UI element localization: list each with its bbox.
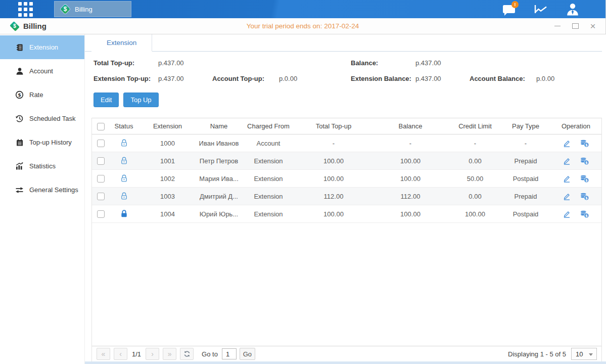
- cell-balance: 112.00: [371, 188, 449, 205]
- app-launcher-icon[interactable]: [18, 2, 33, 17]
- sidebar-item-scheduled-task[interactable]: Scheduled Task: [0, 107, 84, 130]
- table-row[interactable]: 1001Петр ПетровExtension100.00100.000.00…: [92, 152, 601, 170]
- topup-row-icon[interactable]: $: [580, 210, 589, 218]
- table-row[interactable]: 1003Дмитрий Д...Extension112.00112.000.0…: [92, 188, 601, 205]
- edit-row-icon[interactable]: [563, 210, 571, 218]
- first-page-button[interactable]: «: [97, 348, 110, 360]
- column-header: Status: [109, 118, 138, 134]
- cell-charged_from: Extension: [241, 188, 296, 205]
- sidebar-item-general-settings[interactable]: General Settings: [0, 178, 84, 202]
- prev-page-button[interactable]: ‹: [114, 348, 127, 360]
- next-page-button[interactable]: ›: [146, 348, 159, 360]
- status-unlocked-icon: [120, 139, 128, 148]
- table-row[interactable]: 1000Иван ИвановAccount----$: [92, 134, 601, 152]
- app-body: ExtensionAccount$RateScheduled TaskTop-u…: [0, 34, 605, 364]
- topup-row-icon[interactable]: $: [580, 174, 589, 183]
- status-locked-icon: [120, 209, 128, 218]
- sidebar-item-topup-history[interactable]: Top-up History: [0, 130, 84, 154]
- cell-charged_from: Extension: [241, 170, 296, 188]
- billing-dollar-icon: [9, 22, 20, 31]
- sidebar-item-label: Account: [29, 67, 53, 75]
- action-buttons: Edit Top Up: [91, 93, 602, 107]
- tab-extension[interactable]: Extension: [91, 34, 152, 52]
- billing-dollar-icon: [60, 4, 71, 15]
- cell-extension: 1003: [138, 188, 197, 205]
- cell-credit_limit: 0.00: [449, 188, 501, 205]
- resource-monitor-icon[interactable]: [533, 3, 548, 16]
- extension-table-body: 1000Иван ИвановAccount----$1001Петр Петр…: [92, 134, 601, 223]
- cell-total_topup: 100.00: [296, 205, 371, 223]
- edit-row-icon[interactable]: [563, 192, 571, 201]
- window-title-bar: Billing Your trial period ends on: 2017-…: [0, 18, 605, 34]
- cell-balance: 100.00: [371, 170, 449, 188]
- column-header: Extension: [138, 118, 197, 134]
- settings-arrows-icon: [15, 186, 24, 194]
- ledger-icon: [15, 43, 24, 52]
- column-header: Operation: [550, 118, 601, 134]
- column-header: Name: [197, 118, 241, 134]
- table-header-row: StatusExtensionNameCharged FromTotal Top…: [92, 118, 601, 134]
- sidebar-item-rate[interactable]: $Rate: [0, 83, 84, 107]
- status-unlocked-icon: [120, 174, 128, 183]
- maximize-icon[interactable]: [572, 23, 579, 30]
- goto-page-input[interactable]: [222, 348, 237, 359]
- table-row[interactable]: 1004Юрий Юрь...Extension100.00100.00100.…: [92, 205, 601, 223]
- column-header: Charged From: [241, 118, 296, 134]
- svg-text:$: $: [585, 196, 588, 200]
- account-topup-value: p.0.00: [279, 75, 333, 82]
- table-row[interactable]: 1002Мария Ива...Extension100.00100.0050.…: [92, 170, 601, 188]
- page-size-select[interactable]: 10: [571, 348, 597, 360]
- edit-row-icon[interactable]: [563, 157, 571, 165]
- cell-charged_from: Extension: [241, 152, 296, 170]
- topup-row-icon[interactable]: $: [580, 157, 589, 165]
- displaying-text: Displaying 1 - 5 of 5: [508, 350, 566, 358]
- cell-name: Мария Ива...: [197, 170, 241, 188]
- topbar-right-icons: !: [501, 0, 580, 18]
- edit-row-icon[interactable]: [563, 139, 571, 148]
- row-checkbox[interactable]: [97, 210, 105, 218]
- column-header: Balance: [371, 118, 449, 134]
- top-navigation-bar: Billing !: [0, 0, 605, 18]
- balance-value: p.437.00: [415, 59, 470, 67]
- sidebar-item-statistics[interactable]: Statistics: [0, 154, 84, 178]
- notification-badge: !: [511, 1, 519, 8]
- row-checkbox[interactable]: [97, 157, 105, 165]
- total-topup-label: Total Top-up:: [94, 59, 158, 67]
- cell-credit_limit: -: [449, 134, 501, 152]
- column-header: Credit Limit: [449, 118, 501, 134]
- messages-icon[interactable]: !: [501, 3, 517, 16]
- page-indicator: 1/1: [132, 350, 141, 358]
- svg-text:$: $: [585, 143, 588, 147]
- edit-button[interactable]: Edit: [94, 93, 119, 107]
- pagination-bar: « ‹ 1/1 › » Go to Go: [92, 346, 601, 361]
- cell-pay_type: Postpaid: [501, 170, 550, 188]
- topup-row-icon[interactable]: $: [580, 139, 589, 148]
- sidebar-item-label: General Settings: [29, 186, 78, 194]
- row-checkbox[interactable]: [97, 175, 105, 183]
- top-up-button[interactable]: Top Up: [123, 93, 158, 107]
- sidebar-item-extension[interactable]: Extension: [0, 35, 84, 59]
- account-balance-label: Account Balance:: [470, 75, 536, 82]
- select-all-checkbox[interactable]: [97, 123, 105, 130]
- status-unlocked-icon: [120, 156, 128, 165]
- sidebar: ExtensionAccount$RateScheduled TaskTop-u…: [0, 34, 85, 364]
- nav-tab-billing[interactable]: Billing: [54, 1, 131, 17]
- extension-balance-label: Extension Balance:: [351, 75, 415, 82]
- cell-name: Юрий Юрь...: [197, 205, 241, 223]
- row-checkbox[interactable]: [97, 140, 105, 147]
- minimize-icon[interactable]: [554, 23, 561, 30]
- cell-total_topup: -: [296, 134, 371, 152]
- stats-chart-icon: [15, 162, 24, 170]
- tab-strip: Extension: [85, 34, 602, 52]
- topup-row-icon[interactable]: $: [580, 192, 589, 201]
- row-checkbox[interactable]: [97, 193, 105, 200]
- last-page-button[interactable]: »: [163, 348, 176, 360]
- edit-row-icon[interactable]: [563, 174, 571, 183]
- user-icon[interactable]: [565, 3, 580, 16]
- cell-credit_limit: 50.00: [449, 170, 501, 188]
- go-button[interactable]: Go: [240, 348, 255, 360]
- sidebar-item-account[interactable]: Account: [0, 59, 84, 83]
- cell-name: Иван Иванов: [197, 134, 241, 152]
- close-icon[interactable]: ×: [589, 23, 596, 30]
- refresh-button[interactable]: [180, 348, 194, 360]
